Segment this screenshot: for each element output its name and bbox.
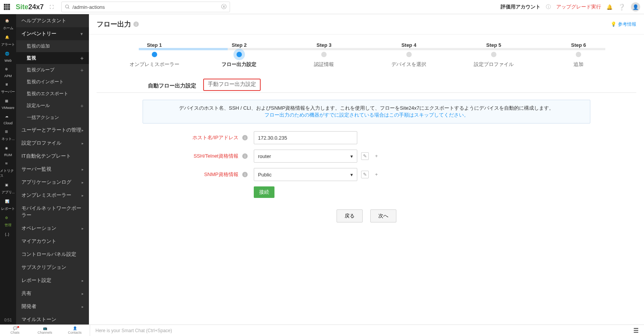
search-icon xyxy=(65,4,70,10)
sidebar-item[interactable]: サブスクリプション xyxy=(16,261,89,274)
sidebar-item[interactable]: オペレーション▸ xyxy=(16,222,89,235)
tabs: 自動フロー出力設定 手動フロー出力設定 xyxy=(97,79,636,93)
snmp-select[interactable]: Public▾ xyxy=(254,168,357,181)
clear-search-icon[interactable]: ⓧ xyxy=(221,3,227,10)
snmp-label: SNMP資格情報i xyxy=(143,171,250,178)
notifications-icon[interactable]: 🔔 xyxy=(606,4,613,10)
sidebar: ヘルプアシスタント インベントリー▼ 監視の追加 監視+ 監視グループ+ 監視の… xyxy=(16,14,89,324)
sidebar-item[interactable]: マイアカウント xyxy=(16,235,89,248)
account-label: 評価用アカウント xyxy=(501,3,540,10)
sidebar-monitor[interactable]: 監視+ xyxy=(16,52,89,64)
skip-link[interactable]: フロー出力のための機器がすでに設定されている場合はこの手順はスキップしてください… xyxy=(264,112,469,118)
ssh-label: SSH/Telnet資格情報i xyxy=(143,153,250,160)
tab-auto[interactable]: 自動フロー出力設定 xyxy=(143,79,202,92)
smart-chat-hint[interactable]: Here is your Smart Chat (Ctrl+Space) xyxy=(90,325,633,336)
sidebar-item[interactable]: IT自動化テンプレート xyxy=(16,150,89,163)
rail-vmware[interactable]: ▦VMware xyxy=(0,97,16,112)
back-button[interactable]: 戻る xyxy=(337,209,363,222)
form: ホスト名/IPアドレスi SSH/Telnet資格情報i router▾ ✎ +… xyxy=(89,124,644,230)
info-icon[interactable]: i xyxy=(242,153,248,159)
main-content: フロー出力 i 💡 参考情報 Step 1オンプレミスポーラー Step 2フロ… xyxy=(89,14,644,324)
footer-chats[interactable]: 💬Chats xyxy=(0,325,30,336)
rail-apps[interactable]: ▣アプリ... xyxy=(0,181,16,197)
rail-time: 0:51 xyxy=(4,316,12,324)
rail-report[interactable]: 📊レポート xyxy=(0,197,16,214)
rail-edit[interactable]: {..} xyxy=(0,230,16,241)
rail-cloud[interactable]: ☁Cloud xyxy=(0,112,16,127)
connect-button[interactable]: 接続 xyxy=(254,186,274,198)
help-icon[interactable]: ❔ xyxy=(618,3,626,11)
rail-alert[interactable]: 🔔アラート xyxy=(0,33,16,49)
step-3[interactable]: Step 3認証情報 xyxy=(282,42,366,68)
upgrade-link[interactable]: アップグレード実行 xyxy=(556,3,601,10)
step-6[interactable]: Step 6追加 xyxy=(536,42,621,68)
rail-server[interactable]: 🖥サーバー xyxy=(0,80,16,97)
host-input[interactable] xyxy=(254,131,357,144)
ssh-select[interactable]: router▾ xyxy=(254,150,357,163)
sidebar-item[interactable]: コントロールパネル設定 xyxy=(16,248,89,261)
info-icon[interactable]: i xyxy=(242,172,248,177)
rail-apm[interactable]: ⊕APM xyxy=(0,65,16,80)
sidebar-add-monitor[interactable]: 監視の追加 xyxy=(16,40,89,52)
icon-rail: 🏠ホーム 🔔アラート 🌐Web ⊕APM 🖥サーバー ▦VMware ☁Clou… xyxy=(0,14,16,324)
sidebar-item[interactable]: 共有▸ xyxy=(16,287,89,300)
expand-icon[interactable]: ⛶ xyxy=(49,5,54,9)
stepper: Step 1オンプレミスポーラー Step 2フロー出力設定 Step 3認証情… xyxy=(89,35,644,79)
add-icon[interactable]: + xyxy=(373,171,380,178)
top-header: Site24x7 ⛶ ⓧ 評価用アカウント ⓘ アップグレード実行 🔔 ❔ 👤 xyxy=(0,0,644,14)
add-icon[interactable]: + xyxy=(373,152,380,160)
logo[interactable]: Site24x7 xyxy=(16,3,44,11)
avatar[interactable]: 👤 xyxy=(631,2,640,12)
sidebar-item[interactable]: オンプレミスポーラー▸ xyxy=(16,189,89,202)
info-icon[interactable]: i xyxy=(242,135,248,140)
edit-icon[interactable]: ✎ xyxy=(361,152,369,160)
sidebar-item[interactable]: レポート設定▸ xyxy=(16,274,89,287)
rail-rum[interactable]: ◉RUM xyxy=(0,144,16,159)
footer-menu-icon[interactable]: ☰ xyxy=(633,327,644,334)
sidebar-item[interactable]: サーバー監視▸ xyxy=(16,163,89,176)
sidebar-export[interactable]: 監視のエクスポート xyxy=(16,88,89,100)
reference-link[interactable]: 💡 参考情報 xyxy=(611,21,636,28)
sidebar-item[interactable]: モバイルネットワークポーラー xyxy=(16,202,89,222)
rail-admin[interactable]: ⚙管理 xyxy=(0,214,16,230)
rail-network[interactable]: ⊞ネット... xyxy=(0,127,16,144)
footer-contacts[interactable]: 👤Contacts xyxy=(60,325,90,336)
search-input[interactable] xyxy=(72,4,219,10)
rail-metrics[interactable]: ≋メトリクス xyxy=(0,159,16,181)
tab-manual[interactable]: 手動フロー出力設定 xyxy=(203,79,261,91)
info-icon[interactable]: ⓘ xyxy=(546,3,551,10)
sidebar-item[interactable]: 開発者▸ xyxy=(16,300,89,313)
sidebar-item[interactable]: マイルストーン xyxy=(16,313,89,324)
search-box[interactable]: ⓧ xyxy=(61,2,230,12)
svg-line-1 xyxy=(68,8,69,9)
apps-menu-icon[interactable] xyxy=(4,4,10,10)
sidebar-bulk[interactable]: 一括アクション xyxy=(16,112,89,124)
chevron-down-icon: ▾ xyxy=(350,172,353,178)
chevron-down-icon: ▾ xyxy=(350,153,353,159)
next-button[interactable]: 次へ xyxy=(370,209,396,222)
sidebar-import[interactable]: 監視のインポート xyxy=(16,76,89,88)
sidebar-item[interactable]: 設定プロファイル▸ xyxy=(16,137,89,150)
rail-home[interactable]: 🏠ホーム xyxy=(0,16,16,33)
sidebar-item[interactable]: アプリケーションログ▸ xyxy=(16,176,89,189)
sidebar-rules[interactable]: 設定ルール+ xyxy=(16,100,89,112)
sidebar-monitor-group[interactable]: 監視グループ+ xyxy=(16,64,89,76)
rail-web[interactable]: 🌐Web xyxy=(0,49,16,65)
sidebar-item[interactable]: ユーザーとアラートの管理▸ xyxy=(16,124,89,137)
edit-icon[interactable]: ✎ xyxy=(361,171,369,178)
step-5[interactable]: Step 5設定プロファイル xyxy=(451,42,536,68)
info-icon[interactable]: i xyxy=(133,21,139,27)
sidebar-help[interactable]: ヘルプアシスタント xyxy=(16,14,89,27)
info-banner: デバイスのホスト名、SSH / CLI、およびSNMP資格情報を入力します。これ… xyxy=(143,100,590,124)
sidebar-inventory[interactable]: インベントリー▼ xyxy=(16,27,89,40)
host-label: ホスト名/IPアドレスi xyxy=(143,134,250,141)
page-title: フロー出力 xyxy=(97,20,131,29)
step-2[interactable]: Step 2フロー出力設定 xyxy=(197,42,281,68)
svg-point-0 xyxy=(66,5,69,8)
footer: 💬Chats 📺Channels 👤Contacts Here is your … xyxy=(0,324,644,336)
footer-channels[interactable]: 📺Channels xyxy=(30,325,60,336)
step-4[interactable]: Step 4デバイスを選択 xyxy=(366,42,451,68)
step-1[interactable]: Step 1オンプレミスポーラー xyxy=(112,42,197,68)
